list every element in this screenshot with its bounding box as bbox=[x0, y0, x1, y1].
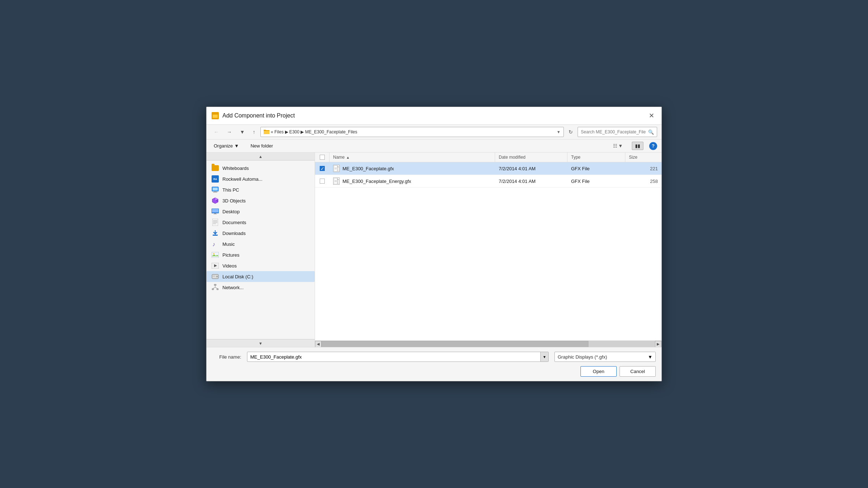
help-button[interactable]: ? bbox=[649, 142, 657, 150]
scroll-left-button[interactable]: ◀ bbox=[315, 341, 322, 347]
row-2-checkbox[interactable] bbox=[320, 179, 325, 184]
action-bar: Organize ▼ New folder ☷ ▼ ▮▮ ? bbox=[207, 140, 661, 153]
navigation-toolbar: ← → ▼ ↑ « Files ▶ E300 ▶ ME_E300_Facepla… bbox=[207, 125, 661, 140]
sidebar-label-rockwell: Rockwell Automa... bbox=[222, 176, 263, 182]
sidebar: ▲ Whiteboards RA Rockwell Automa... bbox=[207, 153, 315, 347]
table-row[interactable]: ✓ ME_E30 bbox=[315, 162, 661, 175]
local-disk-icon bbox=[212, 273, 219, 280]
col-header-type[interactable]: Type bbox=[567, 153, 625, 162]
svg-point-34 bbox=[216, 276, 218, 277]
row-2-checkbox-cell[interactable] bbox=[315, 179, 329, 184]
svg-marker-25 bbox=[213, 232, 217, 234]
address-dropdown[interactable]: ▼ bbox=[557, 130, 561, 134]
view-dropdown-icon: ▼ bbox=[618, 143, 623, 149]
file-name-row: File name: ▼ Graphic Displays (*.gfx) ▼ bbox=[212, 352, 656, 362]
svg-rect-2 bbox=[213, 114, 215, 115]
sidebar-item-network[interactable]: Network... bbox=[207, 282, 315, 293]
view-options-button[interactable]: ☷ ▼ bbox=[610, 142, 626, 150]
scrollbar-track[interactable] bbox=[322, 341, 655, 347]
pane-icon: ▮▮ bbox=[635, 143, 640, 149]
sidebar-item-desktop[interactable]: Desktop bbox=[207, 206, 315, 217]
scrollbar-thumb[interactable] bbox=[322, 341, 588, 347]
music-icon: ♪ bbox=[212, 240, 219, 248]
preview-pane-button[interactable]: ▮▮ bbox=[632, 142, 643, 150]
svg-rect-9 bbox=[213, 192, 217, 193]
footer-buttons: Open Cancel bbox=[212, 366, 656, 377]
new-folder-button[interactable]: New folder bbox=[248, 142, 276, 150]
address-bar[interactable]: « Files ▶ E300 ▶ ME_E300_Faceplate_Files… bbox=[260, 127, 564, 137]
dialog-window: Add Component into Project ✕ ← → ▼ ↑ « F… bbox=[206, 107, 662, 381]
select-all-checkbox[interactable] bbox=[320, 155, 325, 160]
sidebar-label-this-pc: This PC bbox=[222, 187, 239, 193]
scroll-right-button[interactable]: ▶ bbox=[655, 341, 661, 347]
organize-button[interactable]: Organize ▼ bbox=[211, 142, 242, 150]
search-icon: 🔍 bbox=[648, 129, 654, 135]
sidebar-item-documents[interactable]: Documents bbox=[207, 217, 315, 228]
sidebar-item-videos[interactable]: Videos bbox=[207, 260, 315, 271]
sidebar-label-pictures: Pictures bbox=[222, 252, 239, 258]
open-button[interactable]: Open bbox=[580, 366, 617, 377]
row-2-name-cell: ME_E300_Faceplate_Energy.gfx bbox=[329, 175, 495, 187]
back-button[interactable]: ← bbox=[211, 128, 222, 136]
search-input[interactable] bbox=[581, 129, 646, 134]
title-bar: Add Component into Project ✕ bbox=[207, 107, 661, 125]
dialog-title: Add Component into Project bbox=[222, 112, 295, 119]
file-name-input-wrap[interactable]: ▼ bbox=[247, 352, 549, 362]
sidebar-item-downloads[interactable]: Downloads bbox=[207, 228, 315, 239]
column-headers: Name ▲ Date modified Type Size bbox=[315, 153, 661, 162]
close-button[interactable]: ✕ bbox=[646, 111, 656, 121]
sidebar-items-container: Whiteboards RA Rockwell Automa... bbox=[207, 160, 315, 339]
sidebar-label-music: Music bbox=[222, 241, 235, 247]
sidebar-item-rockwell[interactable]: RA Rockwell Automa... bbox=[207, 174, 315, 184]
svg-rect-39 bbox=[217, 288, 218, 290]
file-name-input[interactable] bbox=[247, 354, 540, 360]
row-1-checkbox[interactable]: ✓ bbox=[320, 166, 325, 171]
sidebar-item-local-disk[interactable]: Local Disk (C:) bbox=[207, 271, 315, 282]
cancel-button[interactable]: Cancel bbox=[620, 366, 656, 377]
col-header-name[interactable]: Name ▲ bbox=[329, 153, 495, 162]
network-icon bbox=[212, 284, 219, 291]
up-button[interactable]: ↑ bbox=[250, 128, 258, 136]
row-1-file-icon bbox=[333, 165, 340, 172]
sidebar-item-pictures[interactable]: Pictures bbox=[207, 249, 315, 260]
col-header-size[interactable]: Size bbox=[625, 153, 661, 162]
sidebar-label-downloads: Downloads bbox=[222, 231, 246, 236]
svg-rect-7 bbox=[213, 188, 218, 191]
col-header-date[interactable]: Date modified bbox=[495, 153, 567, 162]
title-bar-left: Add Component into Project bbox=[212, 112, 295, 119]
svg-rect-51 bbox=[337, 180, 339, 184]
table-row[interactable]: ME_E300_Faceplate_Energy.gfx 7/2/2014 4:… bbox=[315, 175, 661, 188]
sidebar-item-3d-objects[interactable]: 3D Objects bbox=[207, 195, 315, 206]
svg-rect-8 bbox=[214, 191, 217, 192]
this-pc-icon bbox=[212, 186, 219, 193]
file-type-select[interactable]: Graphic Displays (*.gfx) ▼ bbox=[554, 352, 656, 362]
svg-rect-27 bbox=[212, 252, 219, 258]
view-grid-icon: ☷ bbox=[613, 143, 617, 149]
desktop-icon bbox=[212, 208, 219, 215]
svg-marker-50 bbox=[337, 178, 339, 180]
svg-rect-16 bbox=[213, 214, 217, 214]
row-2-filename: ME_E300_Faceplate_Energy.gfx bbox=[342, 179, 411, 184]
row-2-date: 7/2/2014 4:01 AM bbox=[495, 176, 567, 187]
svg-rect-15 bbox=[214, 213, 216, 214]
sidebar-item-whiteboards[interactable]: Whiteboards bbox=[207, 163, 315, 174]
refresh-button[interactable]: ↻ bbox=[566, 128, 575, 136]
dialog-footer: File name: ▼ Graphic Displays (*.gfx) ▼ … bbox=[207, 347, 661, 381]
sidebar-scroll-up[interactable]: ▲ bbox=[207, 153, 315, 160]
file-name-dropdown-arrow[interactable]: ▼ bbox=[540, 352, 548, 361]
sidebar-scroll-down[interactable]: ▼ bbox=[207, 339, 315, 347]
row-1-name-cell: ME_E300_Faceplate.gfx bbox=[329, 162, 495, 175]
address-folder-icon bbox=[264, 129, 269, 135]
sidebar-item-this-pc[interactable]: This PC bbox=[207, 184, 315, 195]
row-1-checkbox-cell[interactable]: ✓ bbox=[315, 166, 329, 171]
col-header-checkbox[interactable] bbox=[315, 153, 329, 162]
main-content: ▲ Whiteboards RA Rockwell Automa... bbox=[207, 153, 661, 347]
row-1-size: 221 bbox=[625, 163, 661, 174]
file-list: ✓ ME_E30 bbox=[315, 162, 661, 341]
search-box[interactable]: 🔍 bbox=[578, 127, 657, 137]
sidebar-item-music[interactable]: ♪ Music bbox=[207, 239, 315, 249]
forward-button[interactable]: → bbox=[224, 128, 235, 136]
recent-locations-button[interactable]: ▼ bbox=[237, 128, 248, 136]
pictures-icon bbox=[212, 251, 219, 258]
sort-arrow-name: ▲ bbox=[346, 155, 350, 159]
